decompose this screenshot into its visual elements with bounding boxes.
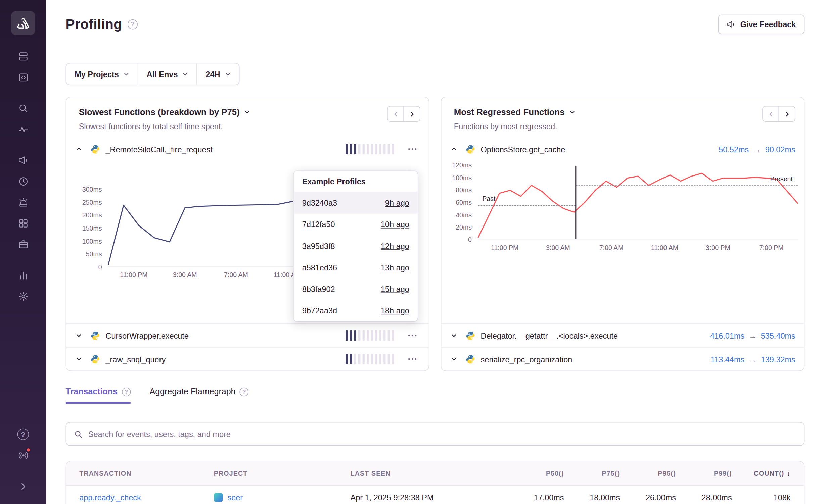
collapse-row-button[interactable] — [73, 143, 85, 156]
profile-item[interactable]: 3a95d3f812h ago — [294, 235, 418, 257]
search-icon — [17, 103, 29, 114]
column-header-p75[interactable]: P75() — [564, 470, 620, 477]
before-value[interactable]: 416.01ms — [710, 331, 744, 340]
function-row[interactable]: serialize_rpc_organization 113.44ms → 13… — [441, 347, 804, 370]
siren-icon — [17, 197, 29, 208]
column-header-count[interactable]: COUNT() ↓ — [732, 469, 791, 477]
expand-row-button[interactable] — [73, 353, 85, 365]
tab-transactions[interactable]: Transactions ? — [66, 387, 131, 404]
sidebar-item-help[interactable]: ? — [11, 424, 35, 445]
transaction-link[interactable]: app.ready._check — [79, 493, 214, 502]
column-header-project[interactable]: PROJECT — [214, 470, 351, 477]
expand-row-button[interactable] — [73, 329, 85, 342]
collapsed-function-rows: CursorWrapper.execute _raw_snql_query — [66, 323, 429, 371]
panel-title: Slowest Functions (breakdown by P75) — [79, 107, 240, 117]
expand-row-button[interactable] — [448, 329, 460, 342]
x-tick-label: 7:00 PM — [745, 244, 798, 252]
profile-age-link[interactable]: 18h ago — [381, 306, 409, 315]
before-value[interactable]: 50.52ms — [719, 145, 749, 154]
profile-item[interactable]: 9d3240a39h ago — [294, 192, 418, 214]
chevron-down-icon[interactable] — [569, 109, 575, 115]
panel-title: Most Regressed Functions — [454, 107, 565, 117]
sidebar-item-insights[interactable] — [11, 234, 35, 255]
function-name[interactable]: OptionsStore.get_cache — [481, 145, 565, 154]
y-tick-label: 100ms — [82, 238, 102, 245]
past-label: Past — [482, 195, 495, 203]
help-question-icon[interactable]: ? — [122, 387, 131, 396]
profile-item[interactable]: a581ed3613h ago — [294, 257, 418, 278]
function-name[interactable]: CursorWrapper.execute — [105, 331, 188, 340]
prev-page-button[interactable] — [762, 106, 779, 122]
function-name[interactable]: _raw_snql_query — [105, 355, 166, 364]
after-value[interactable]: 535.40ms — [761, 331, 795, 340]
profile-age-link[interactable]: 15h ago — [381, 285, 409, 294]
profile-age-link[interactable]: 13h ago — [381, 263, 409, 272]
sidebar-item-feedback[interactable] — [11, 150, 35, 171]
collapse-row-button[interactable] — [448, 143, 460, 156]
sidebar-item-stats[interactable] — [11, 265, 35, 286]
environment-filter-dropdown[interactable]: All Envs — [138, 63, 197, 85]
sidebar-item-whats-new[interactable] — [11, 445, 35, 466]
function-row[interactable]: Delegator.__getattr__.<locals>.execute 4… — [441, 323, 804, 347]
chevron-right-icon — [408, 110, 415, 117]
profile-item[interactable]: 8b3fa90215h ago — [294, 278, 418, 300]
more-options-button[interactable] — [405, 352, 420, 366]
give-feedback-button[interactable]: Give Feedback — [718, 14, 804, 34]
profile-age-link[interactable]: 9h ago — [385, 198, 409, 207]
python-icon — [90, 144, 100, 154]
sidebar-item-alerts[interactable] — [11, 192, 35, 213]
chevron-down-icon — [183, 71, 188, 77]
chevron-left-icon — [767, 110, 774, 117]
python-icon — [90, 354, 100, 364]
function-name[interactable]: Delegator.__getattr__.<locals>.execute — [481, 331, 618, 340]
table-row[interactable]: app.ready._check seer Apr 1, 2025 9:28:3… — [66, 486, 804, 504]
date-range-dropdown[interactable]: 24H — [197, 63, 239, 85]
x-axis: 11:00 PM3:00 AM7:00 AM11:00 AM3:00 PM7:0… — [478, 244, 798, 252]
arrow-right-icon: → — [749, 355, 757, 364]
expand-row-button[interactable] — [448, 353, 460, 365]
sidebar-item-search[interactable] — [11, 98, 35, 119]
function-row[interactable]: CursorWrapper.execute — [66, 323, 429, 347]
project-filter-dropdown[interactable]: My Projects — [66, 63, 138, 85]
search-input[interactable] — [88, 430, 796, 439]
sidebar-item-performance[interactable] — [11, 119, 35, 140]
project-link[interactable]: seer — [227, 493, 243, 502]
sidebar-item-settings[interactable] — [11, 286, 35, 307]
column-header-p99[interactable]: P99() — [676, 470, 732, 477]
p95-value: 26.00ms — [620, 493, 676, 502]
profile-age-link[interactable]: 12h ago — [381, 242, 409, 251]
prev-page-button[interactable] — [387, 106, 404, 122]
tab-aggregate-flamegraph[interactable]: Aggregate Flamegraph ? — [149, 387, 248, 404]
y-tick-label: 0 — [468, 236, 472, 244]
x-tick-label: 11:00 PM — [478, 244, 532, 252]
more-options-button[interactable] — [405, 329, 420, 342]
function-name[interactable]: serialize_rpc_organization — [481, 355, 573, 364]
function-name[interactable]: _RemoteSiloCall._fire_request — [105, 145, 212, 154]
more-options-button[interactable] — [405, 142, 420, 156]
column-header-p95[interactable]: P95() — [620, 470, 676, 477]
x-tick-label: 7:00 AM — [585, 244, 638, 252]
profile-item[interactable]: 9b72aa3d18h ago — [294, 300, 418, 321]
next-page-button[interactable] — [779, 106, 795, 122]
sentry-logo[interactable] — [11, 11, 35, 35]
chevron-down-icon[interactable] — [244, 109, 250, 115]
after-value[interactable]: 139.32ms — [761, 355, 795, 364]
column-header-p50[interactable]: P50() — [508, 470, 564, 477]
column-header-last-seen[interactable]: LAST SEEN — [351, 470, 508, 477]
sidebar-item-dashboards[interactable] — [11, 213, 35, 234]
main-content: Profiling ? Give Feedback My Projects Al… — [46, 0, 824, 504]
sidebar-expand-button[interactable] — [11, 476, 35, 497]
profile-age-link[interactable]: 10h ago — [381, 220, 409, 229]
function-row[interactable]: _raw_snql_query — [66, 347, 429, 370]
chevron-down-icon — [124, 71, 129, 77]
before-value[interactable]: 113.44ms — [711, 355, 744, 364]
sidebar-item-replays[interactable] — [11, 170, 35, 192]
sidebar-item-explore[interactable] — [11, 67, 35, 88]
help-question-icon[interactable]: ? — [240, 387, 249, 396]
profile-item[interactable]: 7d12fa5010h ago — [294, 214, 418, 235]
next-page-button[interactable] — [404, 106, 420, 122]
sidebar-item-issues[interactable] — [11, 46, 35, 67]
help-question-icon[interactable]: ? — [128, 19, 138, 29]
column-header-transaction[interactable]: TRANSACTION — [79, 470, 214, 477]
after-value[interactable]: 90.02ms — [765, 145, 795, 154]
